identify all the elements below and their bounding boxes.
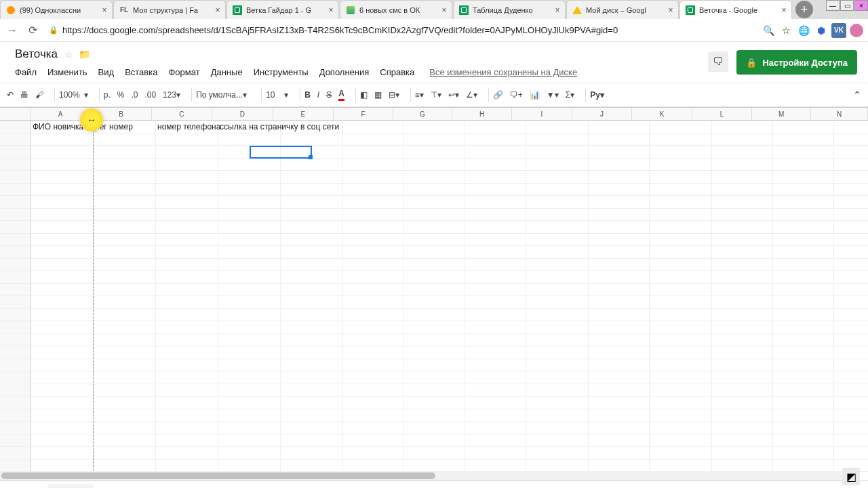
cell[interactable] <box>156 284 218 297</box>
cell[interactable] <box>526 134 589 146</box>
row-header[interactable] <box>0 371 31 384</box>
cell[interactable] <box>589 359 650 372</box>
comments-button[interactable]: 🗨 <box>708 52 728 72</box>
cell[interactable] <box>773 171 834 184</box>
cell[interactable] <box>650 359 712 372</box>
cell[interactable] <box>526 184 589 197</box>
cell[interactable] <box>343 321 404 334</box>
cell[interactable] <box>589 409 650 422</box>
row-header[interactable] <box>0 134 31 146</box>
cell[interactable] <box>834 384 868 397</box>
cell[interactable] <box>650 246 712 259</box>
cell[interactable] <box>589 171 650 184</box>
cell[interactable] <box>404 447 465 460</box>
cell[interactable] <box>712 409 773 422</box>
valign-button[interactable]: ⊤▾ <box>431 90 441 100</box>
cell[interactable] <box>712 460 773 472</box>
row-header[interactable] <box>0 460 31 472</box>
print-button[interactable]: 🖶 <box>20 90 28 100</box>
cell[interactable] <box>834 271 868 284</box>
cell[interactable] <box>343 221 404 234</box>
cell[interactable] <box>712 134 773 146</box>
cell[interactable] <box>589 271 650 284</box>
cell[interactable] <box>218 434 281 447</box>
collapse-toolbar-button[interactable]: ⌃ <box>853 89 861 100</box>
cell[interactable] <box>773 309 834 322</box>
cell[interactable] <box>156 309 218 322</box>
cell[interactable] <box>773 434 834 447</box>
cell[interactable] <box>31 296 94 309</box>
cell[interactable] <box>404 196 465 209</box>
cell[interactable] <box>404 159 465 171</box>
cell[interactable] <box>218 422 281 434</box>
cell[interactable] <box>526 171 589 184</box>
row-header[interactable] <box>0 196 31 209</box>
cell[interactable] <box>526 334 589 347</box>
cell[interactable] <box>218 221 281 234</box>
cell[interactable] <box>343 359 404 372</box>
cell[interactable] <box>773 422 834 434</box>
row-header[interactable] <box>0 447 31 460</box>
cell[interactable] <box>156 259 218 272</box>
row-header[interactable] <box>0 434 31 447</box>
cell[interactable] <box>94 196 156 209</box>
cell[interactable] <box>589 346 650 359</box>
cell[interactable] <box>589 134 650 146</box>
cell[interactable] <box>31 384 94 397</box>
cell[interactable] <box>589 321 650 334</box>
cell[interactable] <box>834 422 868 434</box>
cell[interactable] <box>465 371 526 384</box>
cell[interactable] <box>526 371 589 384</box>
cell[interactable] <box>156 184 218 197</box>
cell[interactable] <box>343 271 404 284</box>
cell[interactable] <box>281 284 343 297</box>
cell[interactable] <box>526 259 589 272</box>
cell[interactable] <box>526 209 589 222</box>
cell[interactable] <box>834 146 868 159</box>
rotate-button[interactable]: ∠▾ <box>466 90 477 100</box>
cell[interactable] <box>343 309 404 322</box>
row-header[interactable] <box>0 334 31 347</box>
cell[interactable] <box>94 246 156 259</box>
cell[interactable] <box>404 434 465 447</box>
cell[interactable] <box>404 409 465 422</box>
cell[interactable] <box>834 284 868 297</box>
cell[interactable] <box>31 234 94 247</box>
cell[interactable] <box>712 159 773 171</box>
row-header[interactable] <box>0 284 31 297</box>
cell[interactable] <box>773 296 834 309</box>
cell[interactable] <box>589 334 650 347</box>
decimal-decrease-button[interactable]: .0 <box>131 90 138 100</box>
cell[interactable] <box>218 234 281 247</box>
cell[interactable] <box>465 121 526 134</box>
cell[interactable] <box>650 271 712 284</box>
maximize-button[interactable]: ▭ <box>840 0 854 11</box>
menu-view[interactable]: Вид <box>98 67 115 77</box>
zoom-select[interactable]: 100% ▾ <box>59 90 88 100</box>
cell[interactable] <box>773 134 834 146</box>
cell[interactable] <box>589 234 650 247</box>
cell[interactable] <box>465 259 526 272</box>
cell[interactable] <box>834 246 868 259</box>
cell[interactable] <box>650 209 712 222</box>
cell[interactable] <box>589 246 650 259</box>
cell[interactable] <box>404 234 465 247</box>
select-all-corner[interactable] <box>0 108 31 120</box>
halign-button[interactable]: ≡▾ <box>415 90 424 100</box>
fill-color-button[interactable]: ◧ <box>360 90 368 100</box>
browser-tab[interactable]: (99) Одноклассни× <box>0 0 113 19</box>
cell[interactable] <box>650 309 712 322</box>
cell[interactable] <box>589 422 650 434</box>
cell[interactable] <box>343 159 404 171</box>
cell[interactable] <box>834 159 868 171</box>
new-tab-button[interactable]: + <box>795 1 813 18</box>
cell[interactable] <box>94 296 156 309</box>
cell[interactable] <box>218 184 281 197</box>
cell[interactable] <box>834 121 868 134</box>
cell[interactable] <box>31 346 94 359</box>
browser-tab[interactable]: FLМоя структура | Fa× <box>113 0 226 19</box>
row-header[interactable] <box>0 422 31 434</box>
cell[interactable] <box>773 396 834 409</box>
cell[interactable] <box>589 434 650 447</box>
url-field[interactable]: 🔒 https://docs.google.com/spreadsheets/d… <box>45 25 758 35</box>
